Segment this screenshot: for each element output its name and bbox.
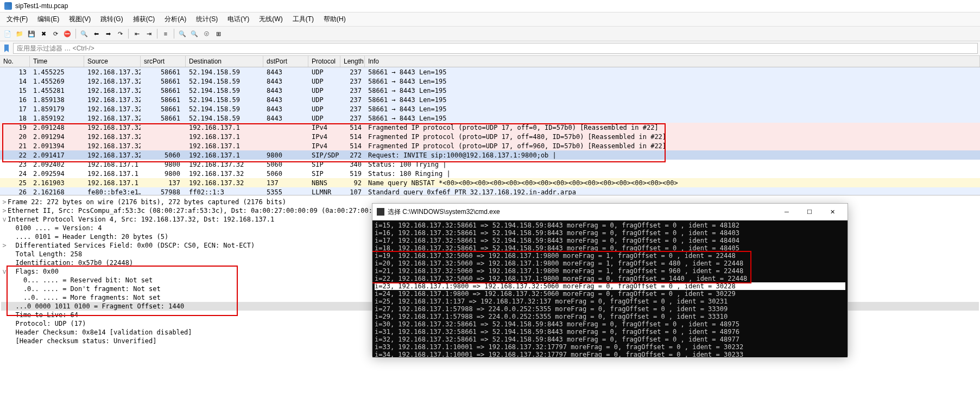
menu-item[interactable]: 编辑(E) [33,14,64,25]
back-button[interactable]: ⬅ [91,28,102,39]
cell: fe80::bfe3:e1… [84,188,141,195]
collapse-icon[interactable]: > [1,242,8,249]
folder-button[interactable]: 📁 [14,28,25,39]
table-row[interactable]: 212.091394192.168.137.32192.168.137.1IPv… [0,141,980,150]
table-row[interactable]: 171.859179192.168.137.325866152.194.158.… [0,104,980,113]
cell: 8443 [263,78,308,85]
cell: 92 [340,179,365,187]
minimize-button[interactable]: ─ [776,206,798,218]
close-button[interactable]: ✖ [38,28,49,39]
goto-first-button[interactable]: ⇤ [131,28,142,39]
goto-last-button[interactable]: ⇥ [143,28,154,39]
expand-icon[interactable]: v [1,268,8,275]
cell: 192.168.137.32 [84,142,141,150]
table-row[interactable]: 222.091417192.168.137.325060192.168.137.… [0,150,980,160]
table-row[interactable]: 232.092402192.168.137.19800192.168.137.3… [0,160,980,169]
column-header[interactable]: Destination [186,56,263,67]
cell: 519 [340,170,365,178]
table-row[interactable]: 262.162168fe80::bfe3:e1…57988ff02::1:353… [0,187,980,195]
forward-button[interactable]: ➡ [103,28,113,39]
resize-cols-button[interactable]: ⊞ [213,28,224,39]
reload-button[interactable]: ⟳ [50,28,61,39]
column-header[interactable]: Length [340,56,365,67]
packet-list-pane[interactable]: No.TimeSourcesrcPortDestinationdstPortPr… [0,56,980,195]
collapse-icon[interactable]: > [1,207,8,214]
menu-item[interactable]: 电话(Y) [223,14,254,25]
cell: 24 [0,170,30,178]
maximize-button[interactable]: ☐ [799,206,820,218]
cell: 14 [0,78,30,85]
tree-spacer [1,320,8,327]
toolbar-separator [157,29,157,39]
column-header[interactable]: Time [30,56,84,67]
table-row[interactable]: 131.455225192.168.137.325866152.194.158.… [0,67,980,77]
tree-spacer [1,337,8,345]
bookmark-icon[interactable] [2,44,11,53]
table-row[interactable]: 202.091294192.168.137.32192.168.137.1IPv… [0,132,980,141]
cell: UDP [308,105,340,113]
cell: 1.859138 [30,96,84,104]
cell: 58661 → 8443 Len=195 [365,68,980,76]
cell: 192.168.137.1 [84,161,141,168]
display-filter-input[interactable] [13,43,978,54]
cell: 58661 [141,96,186,104]
table-row[interactable]: 181.859192192.168.137.325866152.194.158.… [0,113,980,123]
cell: NBNS [308,179,340,187]
cell: 237 [340,115,365,122]
tree-label: Differentiated Services Field: 0x00 (DSC… [8,242,255,249]
column-header[interactable]: No. [0,56,30,67]
cell: SIP/SDP [308,152,340,159]
file-open-button[interactable]: 📄 [2,28,13,39]
menu-item[interactable]: 文件(F) [2,14,32,25]
cell: 192.168.137.32 [186,179,263,187]
table-row[interactable]: 161.859138192.168.137.325866152.194.158.… [0,95,980,104]
cmd-line: i=21, 192.168.137.32:5060 => 192.168.137… [375,267,845,275]
table-row[interactable]: 252.161903192.168.137.1137192.168.137.32… [0,178,980,187]
cell: 26 [0,188,30,195]
cell: 514 [340,142,365,150]
cmd-output[interactable]: i=15, 192.168.137.32:58661 => 52.194.158… [372,220,848,357]
column-header[interactable]: dstPort [263,56,308,67]
menu-item[interactable]: 无线(W) [255,14,287,25]
column-header[interactable]: Protocol [308,56,340,67]
cmd-line: i=23, 192.168.137.1:9800 => 192.168.137.… [375,282,845,290]
close-button[interactable]: ✕ [821,206,843,218]
column-header[interactable]: Source [84,56,141,67]
tree-label: Frame 22: 272 bytes on wire (2176 bits),… [8,198,286,206]
zoom-in-button[interactable]: 🔍 [177,28,188,39]
jump-button[interactable]: ↷ [115,28,125,39]
expand-icon[interactable]: v [1,216,8,223]
menu-item[interactable]: 统计(S) [192,14,222,25]
stop-button[interactable]: ⛔ [62,28,73,39]
column-header[interactable]: Info [365,56,980,67]
zoom-out-button[interactable]: 🔍 [189,28,200,39]
tree-label: 0100 .... = Version: 4 [8,224,102,232]
table-row[interactable]: 151.455281192.168.137.325866152.194.158.… [0,86,980,95]
menu-item[interactable]: 捕获(C) [129,14,160,25]
table-row[interactable]: 192.091248192.168.137.32192.168.137.1IPv… [0,123,980,132]
menu-item[interactable]: 帮助(H) [319,14,350,25]
find-button[interactable]: 🔍 [79,28,90,39]
cell: 8443 [263,96,308,104]
table-row[interactable]: 141.455269192.168.137.325866152.194.158.… [0,77,980,86]
cell: 23 [0,161,30,168]
menu-item[interactable]: 跳转(G) [96,14,127,25]
save-button[interactable]: 💾 [26,28,37,39]
cmd-line: i=16, 192.168.137.32:58661 => 52.194.158… [375,229,845,237]
collapse-icon[interactable]: > [1,198,8,206]
cell: 8443 [263,115,308,122]
cell: 2.092402 [30,161,84,168]
cmd-titlebar[interactable]: 选择 C:\WINDOWS\system32\cmd.exe ─ ☐ ✕ [372,204,848,220]
menu-item[interactable]: 工具(T) [288,14,318,25]
menu-item[interactable]: 分析(A) [160,14,191,25]
auto-scroll-button[interactable]: ≡ [160,28,171,39]
cell: LLMNR [308,188,340,195]
cell: 192.168.137.1 [186,152,263,159]
table-row[interactable]: 242.092594192.168.137.19800192.168.137.3… [0,169,980,178]
zoom-reset-button[interactable]: ⦾ [201,28,212,39]
column-header[interactable]: srcPort [141,56,186,67]
menu-item[interactable]: 视图(V) [65,14,95,25]
cell: 2.161903 [30,179,84,187]
tree-spacer [1,285,8,293]
cell: 52.194.158.59 [186,78,263,85]
